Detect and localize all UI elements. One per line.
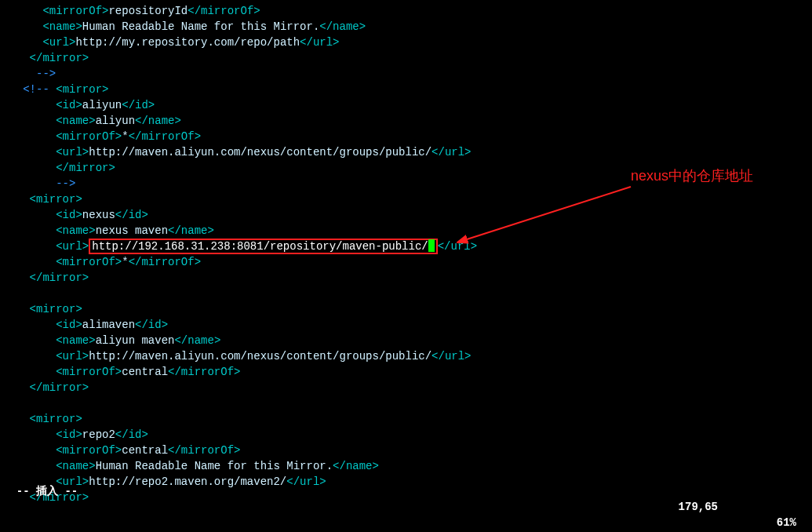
- code-token: http://192.168.31.238:8081/repository/ma…: [92, 240, 428, 253]
- code-token: </url>: [431, 146, 471, 159]
- code-token: </mirrorOf>: [129, 256, 201, 268]
- code-line[interactable]: <name>aliyun maven</name>: [3, 333, 812, 348]
- code-line[interactable]: -->: [3, 66, 812, 82]
- code-line[interactable]: <name>Human Readable Name for this Mirro…: [3, 19, 812, 35]
- code-token: <url>: [56, 146, 89, 159]
- code-token: </mirrorOf>: [168, 366, 240, 378]
- cursor-position: 179,65: [679, 499, 718, 515]
- code-token: Human Readable Name for this Mirror.: [82, 20, 319, 33]
- code-token: </name>: [135, 115, 181, 127]
- code-line[interactable]: </mirror>: [3, 50, 812, 66]
- code-token: aliyun: [96, 115, 135, 127]
- code-token: repositoryId: [108, 5, 188, 17]
- code-line[interactable]: <id>aliyun</id>: [3, 97, 812, 113]
- code-token: <id>: [56, 428, 82, 441]
- code-token: <name>: [56, 224, 95, 237]
- code-token: </mirrorOf>: [129, 130, 201, 143]
- code-token: <mirrorOf>: [56, 130, 122, 143]
- code-token: *: [122, 130, 128, 143]
- code-line[interactable]: <id>alimaven</id>: [3, 317, 812, 333]
- code-token: *: [122, 256, 128, 268]
- code-line[interactable]: <id>repo2</id>: [3, 427, 812, 443]
- code-line[interactable]: <mirrorOf>repositoryId</mirrorOf>: [3, 3, 812, 19]
- code-token: <mirror>: [56, 83, 108, 96]
- code-token: repo2: [82, 428, 115, 441]
- code-token: </id>: [115, 428, 148, 441]
- text-cursor: [428, 239, 435, 252]
- code-line[interactable]: <mirror>: [3, 301, 812, 317]
- code-token: </url>: [431, 350, 471, 363]
- code-line[interactable]: <name>nexus maven</name>: [3, 223, 812, 239]
- code-token: </id>: [122, 99, 155, 111]
- code-token: <name>: [56, 334, 95, 347]
- code-token: </id>: [135, 319, 168, 331]
- code-line[interactable]: <!-- <mirror>: [3, 82, 812, 97]
- code-token: <name>: [56, 115, 95, 127]
- code-line[interactable]: <url>http://my.repository.com/repo/path<…: [3, 35, 812, 50]
- code-line[interactable]: <mirrorOf>*</mirrorOf>: [3, 254, 812, 270]
- vim-mode-indicator: -- 插入 --: [16, 485, 78, 497]
- code-token: aliyun: [82, 99, 122, 111]
- code-token: <id>: [56, 99, 82, 111]
- code-token: </mirror>: [30, 381, 89, 394]
- code-line[interactable]: [3, 395, 812, 411]
- code-token: <name>: [42, 20, 82, 33]
- code-token: </mirror>: [30, 271, 89, 284]
- code-editor[interactable]: <mirrorOf>repositoryId</mirrorOf> <name>…: [0, 0, 812, 505]
- highlighted-url: http://192.168.31.238:8081/repository/ma…: [89, 239, 437, 254]
- code-token: <url>: [42, 36, 75, 49]
- code-line[interactable]: <id>nexus</id>: [3, 207, 812, 223]
- code-token: </name>: [174, 334, 220, 347]
- code-line[interactable]: [3, 286, 812, 301]
- code-token: <mirror>: [30, 303, 82, 315]
- code-token: http://maven.aliyun.com/nexus/content/gr…: [89, 350, 431, 363]
- code-token: -->: [36, 67, 56, 80]
- code-token: <id>: [56, 319, 82, 331]
- code-token: </url>: [300, 36, 339, 49]
- code-token: </mirror>: [56, 162, 115, 174]
- code-line[interactable]: </mirror>: [3, 380, 812, 395]
- code-token: <mirror>: [30, 193, 82, 206]
- code-line[interactable]: <mirrorOf>central</mirrorOf>: [3, 443, 812, 458]
- vim-status-bar: -- 插入 -- 179,65 61%: [0, 468, 812, 530]
- code-line[interactable]: <name>aliyun</name>: [3, 113, 812, 129]
- code-token: </mirror>: [30, 52, 89, 64]
- scroll-percentage: 61%: [777, 515, 796, 530]
- code-line[interactable]: <url>http://192.168.31.238:8081/reposito…: [3, 239, 812, 254]
- code-token: <!--: [23, 83, 56, 96]
- code-token: central: [122, 366, 168, 378]
- code-token: central: [122, 444, 168, 457]
- code-token: <url>: [56, 240, 89, 253]
- code-token: http://my.repository.com/repo/path: [75, 36, 300, 49]
- code-line[interactable]: <mirror>: [3, 411, 812, 427]
- code-token: </mirrorOf>: [168, 444, 240, 457]
- code-token: <id>: [56, 209, 82, 221]
- code-token: </url>: [438, 240, 477, 253]
- code-token: nexus maven: [96, 224, 168, 237]
- code-token: -->: [56, 177, 75, 190]
- code-line[interactable]: <url>http://maven.aliyun.com/nexus/conte…: [3, 348, 812, 364]
- code-line[interactable]: <url>http://maven.aliyun.com/nexus/conte…: [3, 144, 812, 160]
- code-token: <mirror>: [30, 413, 82, 425]
- code-token: nexus: [82, 209, 115, 221]
- code-line[interactable]: <mirrorOf>*</mirrorOf>: [3, 129, 812, 144]
- code-token: </mirrorOf>: [188, 5, 260, 17]
- code-token: http://maven.aliyun.com/nexus/content/gr…: [89, 146, 431, 159]
- code-token: <url>: [56, 350, 89, 363]
- code-token: aliyun maven: [96, 334, 175, 347]
- code-token: </name>: [168, 224, 214, 237]
- code-token: <mirrorOf>: [56, 444, 122, 457]
- code-token: <mirrorOf>: [42, 5, 108, 17]
- code-token: </name>: [319, 20, 366, 33]
- code-line[interactable]: <mirrorOf>central</mirrorOf>: [3, 364, 812, 380]
- code-token: </id>: [115, 209, 148, 221]
- code-token: <mirrorOf>: [56, 366, 122, 378]
- code-token: <mirrorOf>: [56, 256, 122, 268]
- code-line[interactable]: <mirror>: [3, 191, 812, 207]
- code-line[interactable]: </mirror>: [3, 270, 812, 286]
- annotation-label: nexus中的仓库地址: [631, 168, 753, 184]
- code-token: alimaven: [82, 319, 135, 331]
